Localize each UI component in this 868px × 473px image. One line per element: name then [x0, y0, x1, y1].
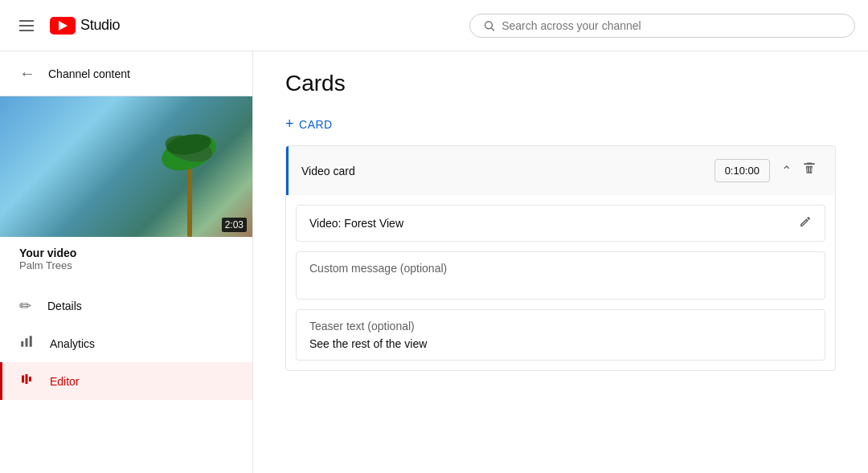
- card-delete-button[interactable]: [796, 156, 822, 186]
- channel-content-label: Channel content: [48, 67, 130, 80]
- editor-icon: [19, 372, 34, 390]
- back-button[interactable]: ←: [19, 64, 35, 83]
- sidebar-item-editor[interactable]: Editor: [0, 362, 252, 400]
- studio-label: Studio: [80, 17, 120, 34]
- edit-icon[interactable]: [799, 215, 812, 231]
- sidebar-item-details[interactable]: ✏ Details: [0, 287, 252, 324]
- details-icon: ✏: [19, 297, 31, 315]
- header-left: Studio: [13, 14, 120, 38]
- search-input[interactable]: [502, 19, 841, 32]
- card-body: Video: Forest View Custom message (optio…: [286, 205, 835, 361]
- youtube-logo: Studio: [50, 17, 120, 35]
- teaser-label: Teaser text (optional): [309, 320, 415, 332]
- main-content: Cards + CARD Video card 0:10:00 ⌃: [253, 51, 868, 473]
- sidebar-nav: ✏ Details Analytics Editor: [0, 281, 252, 406]
- video-thumbnail-container: 2:03: [0, 96, 252, 237]
- video-your-label: Your video: [19, 247, 233, 259]
- svg-point-0: [485, 21, 493, 28]
- svg-rect-6: [21, 341, 23, 347]
- sidebar-item-analytics[interactable]: Analytics: [0, 324, 252, 362]
- header: Studio: [0, 0, 868, 51]
- custom-message-placeholder: Custom message (optional): [309, 262, 447, 275]
- teaser-value: See the rest of the view: [309, 337, 427, 350]
- main-layout: ← Channel content 2:03 Your video Palm T…: [0, 51, 868, 473]
- analytics-label: Analytics: [50, 337, 95, 350]
- svg-rect-8: [30, 336, 32, 347]
- page-title: Cards: [285, 71, 836, 96]
- sidebar: ← Channel content 2:03 Your video Palm T…: [0, 51, 253, 473]
- card-custom-message-field[interactable]: Custom message (optional): [296, 251, 825, 300]
- trash-icon: [801, 161, 817, 177]
- video-name: Palm Trees: [19, 259, 233, 271]
- video-info: Your video Palm Trees: [0, 237, 252, 281]
- search-bar: [469, 14, 855, 38]
- svg-rect-7: [26, 338, 28, 347]
- search-icon: [483, 19, 495, 32]
- header-search: [469, 14, 855, 38]
- details-label: Details: [47, 300, 82, 312]
- plus-icon: +: [285, 116, 294, 133]
- hamburger-menu[interactable]: [13, 14, 40, 38]
- add-card-label: CARD: [299, 118, 333, 131]
- card-time-badge[interactable]: 0:10:00: [714, 159, 770, 182]
- video-thumbnail: 2:03: [0, 96, 253, 237]
- card-header: Video card 0:10:00 ⌃: [286, 146, 835, 195]
- video-duration: 2:03: [222, 218, 247, 232]
- card-video-label: Video: Forest View: [309, 217, 403, 230]
- palm-tree-decoration: [149, 108, 229, 237]
- card-video-field[interactable]: Video: Forest View: [296, 205, 825, 242]
- card-collapse-button[interactable]: ⌃: [776, 158, 796, 183]
- chevron-up-icon: ⌃: [781, 164, 792, 177]
- analytics-icon: [19, 334, 34, 353]
- card-header-title: Video card: [301, 165, 714, 177]
- card-teaser-field[interactable]: Teaser text (optional) See the rest of t…: [296, 309, 825, 361]
- youtube-icon: [50, 17, 76, 35]
- editor-label: Editor: [50, 375, 80, 388]
- sidebar-top: ← Channel content: [0, 51, 252, 96]
- svg-line-1: [491, 27, 493, 30]
- card-section: Video card 0:10:00 ⌃ Video: Forest View: [285, 145, 836, 371]
- add-card-button[interactable]: + CARD: [285, 116, 333, 133]
